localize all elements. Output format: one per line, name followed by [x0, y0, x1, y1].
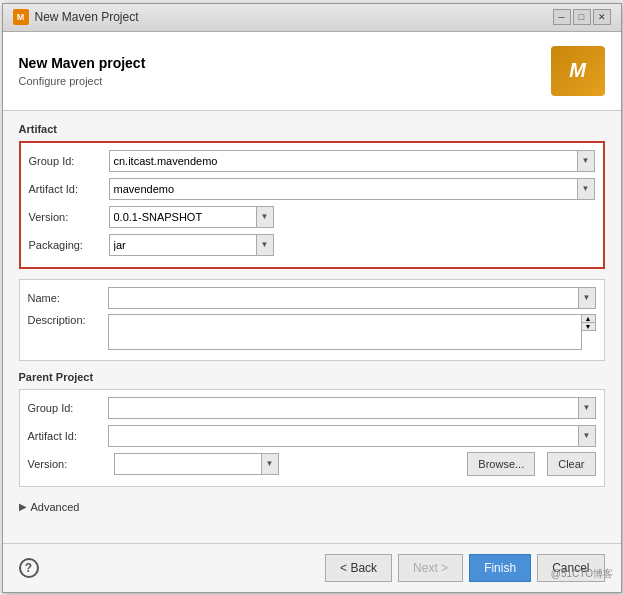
parent-artifact-id-row: Artifact Id: ▼ [28, 424, 596, 448]
artifact-box: Group Id: ▼ Artifact Id: ▼ Versi [19, 141, 605, 269]
artifact-id-dropdown-btn[interactable]: ▼ [577, 178, 595, 200]
header-text: New Maven project Configure project [19, 55, 146, 87]
next-button[interactable]: Next > [398, 554, 463, 582]
version-row: Version: ▼ [29, 205, 595, 229]
footer: ? < Back Next > Finish Cancel [3, 543, 621, 592]
dialog-body: New Maven project Configure project M Ar… [3, 32, 621, 592]
version-dropdown-btn[interactable]: ▼ [256, 206, 274, 228]
name-row: Name: ▼ [28, 286, 596, 310]
version-combo: ▼ [109, 206, 274, 228]
finish-button[interactable]: Finish [469, 554, 531, 582]
help-button[interactable]: ? [19, 558, 39, 578]
parent-artifact-id-dropdown-btn[interactable]: ▼ [578, 425, 596, 447]
dialog-subtitle: Configure project [19, 75, 146, 87]
advanced-label: Advanced [31, 501, 80, 513]
app-icon: M [13, 9, 29, 25]
group-id-combo: ▼ [109, 150, 595, 172]
packaging-dropdown-btn[interactable]: ▼ [256, 234, 274, 256]
description-row: Description: ▲ ▼ [28, 314, 596, 350]
parent-group-id-combo: ▼ [108, 397, 596, 419]
group-id-label: Group Id: [29, 155, 109, 167]
artifact-id-label: Artifact Id: [29, 183, 109, 195]
content-area: Artifact Group Id: ▼ Artifact Id: ▼ [3, 111, 621, 543]
name-dropdown-btn[interactable]: ▼ [578, 287, 596, 309]
name-input[interactable] [108, 287, 578, 309]
parent-section: Group Id: ▼ Artifact Id: ▼ Versi [19, 389, 605, 487]
parent-artifact-id-label: Artifact Id: [28, 430, 108, 442]
name-combo: ▼ [108, 287, 596, 309]
minimize-button[interactable]: ─ [553, 9, 571, 25]
description-scrollbar: ▲ ▼ [582, 314, 596, 331]
scroll-down-btn[interactable]: ▼ [582, 323, 595, 330]
group-id-input[interactable] [109, 150, 577, 172]
packaging-input[interactable] [109, 234, 256, 256]
parent-group-id-input[interactable] [108, 397, 578, 419]
description-input[interactable] [108, 314, 582, 350]
version-label: Version: [29, 211, 109, 223]
parent-section-label: Parent Project [19, 371, 605, 383]
maven-logo: M [551, 46, 605, 96]
browse-button[interactable]: Browse... [467, 452, 535, 476]
parent-version-combo: ▼ [114, 453, 279, 475]
group-id-dropdown-btn[interactable]: ▼ [577, 150, 595, 172]
packaging-combo: ▼ [109, 234, 274, 256]
parent-version-label: Version: [28, 458, 108, 470]
title-bar: M New Maven Project ─ □ ✕ [3, 4, 621, 32]
parent-artifact-id-input[interactable] [108, 425, 578, 447]
artifact-section-label: Artifact [19, 123, 605, 135]
dialog-window: M New Maven Project ─ □ ✕ New Maven proj… [2, 3, 622, 593]
clear-button[interactable]: Clear [547, 452, 595, 476]
advanced-row[interactable]: ▶ Advanced [19, 497, 605, 517]
title-controls: ─ □ ✕ [553, 9, 611, 25]
parent-group-id-dropdown-btn[interactable]: ▼ [578, 397, 596, 419]
parent-group-id-row: Group Id: ▼ [28, 396, 596, 420]
advanced-triangle-icon: ▶ [19, 501, 27, 512]
scroll-up-btn[interactable]: ▲ [582, 315, 595, 323]
description-label: Description: [28, 314, 108, 326]
watermark: @51CTO博客 [551, 567, 613, 581]
restore-button[interactable]: □ [573, 9, 591, 25]
version-input[interactable] [109, 206, 256, 228]
packaging-label: Packaging: [29, 239, 109, 251]
parent-version-row: Version: ▼ Browse... Clear [28, 452, 596, 476]
back-button[interactable]: < Back [325, 554, 392, 582]
artifact-id-row: Artifact Id: ▼ [29, 177, 595, 201]
parent-version-dropdown-btn[interactable]: ▼ [261, 453, 279, 475]
window-title: New Maven Project [35, 10, 139, 24]
footer-left: ? [19, 558, 39, 578]
parent-artifact-id-combo: ▼ [108, 425, 596, 447]
parent-group-id-label: Group Id: [28, 402, 108, 414]
title-bar-left: M New Maven Project [13, 9, 139, 25]
packaging-row: Packaging: ▼ [29, 233, 595, 257]
parent-version-input[interactable] [114, 453, 261, 475]
artifact-id-input[interactable] [109, 178, 577, 200]
name-description-section: Name: ▼ Description: ▲ ▼ [19, 279, 605, 361]
artifact-id-combo: ▼ [109, 178, 595, 200]
name-label: Name: [28, 292, 108, 304]
dialog-title: New Maven project [19, 55, 146, 71]
close-button[interactable]: ✕ [593, 9, 611, 25]
group-id-row: Group Id: ▼ [29, 149, 595, 173]
header-section: New Maven project Configure project M [3, 32, 621, 111]
